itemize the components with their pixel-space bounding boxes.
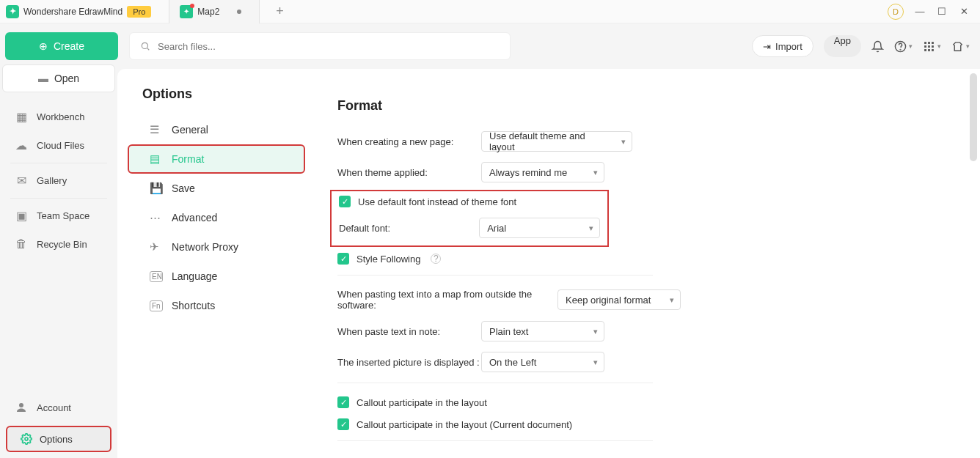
toolbar: ⊕ Create ⇥ Import App ▾ ▾ ▾ bbox=[0, 23, 980, 69]
minimize-button[interactable]: — bbox=[914, 6, 926, 17]
sliders-icon: ☰ bbox=[150, 123, 163, 136]
checkbox-callout-layout-current[interactable]: ✓ Callout participate in the layout (Cur… bbox=[337, 418, 951, 430]
tab-title: Map2 bbox=[197, 7, 219, 17]
shortcuts-icon: Fn bbox=[150, 300, 163, 311]
svg-rect-7 bbox=[924, 45, 926, 48]
sidebar-item-options[interactable]: Options bbox=[6, 426, 111, 452]
cloud-icon: ☁ bbox=[15, 138, 28, 152]
option-save[interactable]: 💾Save bbox=[142, 174, 301, 203]
maximize-button[interactable]: ☐ bbox=[936, 6, 948, 17]
option-format[interactable]: ▤Format bbox=[128, 144, 305, 174]
sidebar-item-cloud-files[interactable]: ☁ Cloud Files bbox=[0, 131, 117, 160]
account-icon bbox=[15, 401, 28, 414]
options-subnav: Options ☰General ▤Format 💾Save ⋯Advanced… bbox=[117, 69, 308, 458]
sidebar-separator bbox=[10, 198, 107, 199]
sidebar-item-recycle-bin[interactable]: 🗑 Recycle Bin bbox=[0, 230, 117, 258]
left-sidebar: ▬ Open ▦ Workbench ☁ Cloud Files ✉ Galle… bbox=[0, 69, 117, 458]
team-icon: ▣ bbox=[15, 209, 28, 223]
svg-rect-8 bbox=[928, 45, 930, 48]
user-avatar[interactable]: D bbox=[888, 4, 904, 20]
gear-icon bbox=[21, 433, 32, 445]
format-icon: ▤ bbox=[150, 152, 163, 166]
search-input-wrap[interactable] bbox=[129, 32, 511, 60]
svg-rect-9 bbox=[932, 45, 934, 48]
pro-badge: Pro bbox=[127, 6, 151, 18]
sidebar-item-gallery[interactable]: ✉ Gallery bbox=[0, 166, 117, 195]
trash-icon: 🗑 bbox=[15, 237, 28, 251]
bell-icon[interactable] bbox=[871, 40, 884, 53]
search-input[interactable] bbox=[158, 41, 500, 52]
option-advanced[interactable]: ⋯Advanced bbox=[142, 203, 301, 232]
svg-point-14 bbox=[25, 437, 28, 440]
create-button[interactable]: ⊕ Create bbox=[5, 32, 118, 60]
apps-grid-icon[interactable]: ▾ bbox=[923, 40, 941, 53]
unsaved-dot-icon bbox=[237, 10, 241, 14]
option-general[interactable]: ☰General bbox=[142, 115, 301, 144]
sidebar-item-team-space[interactable]: ▣ Team Space bbox=[0, 202, 117, 230]
select-default-font[interactable]: Arial bbox=[479, 218, 600, 238]
divider bbox=[337, 275, 653, 276]
titlebar: ✦ Wondershare EdrawMind Pro ✦ Map2 + D —… bbox=[0, 0, 980, 23]
format-panel: Format When creating a new page: Use def… bbox=[308, 69, 980, 458]
format-heading: Format bbox=[337, 98, 951, 114]
document-icon: ✦ bbox=[180, 5, 193, 18]
row-pic-displayed: The inserted picture is displayed : On t… bbox=[337, 352, 951, 372]
svg-rect-11 bbox=[928, 49, 930, 51]
select-paste-map[interactable]: Keep original format bbox=[557, 289, 681, 310]
row-theme-applied: When theme applied: Always remind me bbox=[337, 162, 951, 182]
import-button[interactable]: ⇥ Import bbox=[752, 35, 813, 57]
option-network-proxy[interactable]: ✈Network Proxy bbox=[142, 232, 301, 262]
sidebar-separator bbox=[10, 163, 107, 163]
checked-icon: ✓ bbox=[339, 196, 351, 207]
help-icon[interactable]: ▾ bbox=[894, 40, 913, 53]
row-paste-map: When pasting text into a map from outsid… bbox=[337, 289, 951, 311]
checked-icon: ✓ bbox=[337, 253, 349, 265]
option-shortcuts[interactable]: FnShortcuts bbox=[142, 291, 301, 320]
sidebar-item-workbench[interactable]: ▦ Workbench bbox=[0, 103, 117, 131]
open-button[interactable]: ▬ Open bbox=[2, 64, 115, 92]
options-title: Options bbox=[142, 86, 301, 102]
svg-point-0 bbox=[142, 43, 147, 48]
import-icon: ⇥ bbox=[763, 41, 771, 52]
tab-map2[interactable]: ✦ Map2 bbox=[169, 0, 260, 23]
help-icon[interactable]: ? bbox=[431, 254, 441, 264]
highlighted-font-section: ✓ Use default font instead of theme font… bbox=[330, 190, 609, 247]
option-language[interactable]: ENLanguage bbox=[142, 262, 301, 291]
shirt-icon[interactable]: ▾ bbox=[951, 40, 970, 53]
svg-rect-10 bbox=[924, 49, 926, 51]
app-icon: ✦ bbox=[6, 5, 19, 18]
new-tab-button[interactable]: + bbox=[276, 4, 284, 19]
app-button[interactable]: App bbox=[824, 35, 861, 57]
gallery-icon: ✉ bbox=[15, 174, 28, 188]
row-default-font: Default font: Arial bbox=[339, 218, 600, 238]
svg-rect-4 bbox=[924, 42, 926, 44]
select-pic-displayed[interactable]: On the Left bbox=[481, 352, 604, 372]
svg-rect-5 bbox=[928, 42, 930, 44]
svg-point-13 bbox=[19, 403, 23, 407]
row-paste-note: When paste text in note: Plain text bbox=[337, 321, 951, 341]
language-icon: EN bbox=[150, 271, 163, 282]
search-icon bbox=[140, 41, 150, 51]
plus-icon: ⊕ bbox=[39, 40, 48, 52]
checked-icon: ✓ bbox=[337, 396, 349, 408]
close-button[interactable]: ✕ bbox=[958, 6, 970, 17]
folder-icon: ▬ bbox=[38, 73, 48, 84]
checkbox-callout-layout[interactable]: ✓ Callout participate in the layout bbox=[337, 396, 951, 408]
checked-icon: ✓ bbox=[337, 418, 349, 430]
checkbox-style-following[interactable]: ✓ Style Following ? bbox=[337, 253, 951, 265]
checkbox-use-default-font[interactable]: ✓ Use default font instead of theme font bbox=[339, 196, 600, 207]
svg-line-1 bbox=[147, 48, 150, 51]
scrollbar[interactable] bbox=[970, 73, 977, 161]
main: ▬ Open ▦ Workbench ☁ Cloud Files ✉ Galle… bbox=[0, 69, 980, 458]
divider bbox=[337, 383, 653, 383]
app-name: Wondershare EdrawMind bbox=[23, 7, 122, 17]
svg-rect-12 bbox=[932, 49, 934, 51]
sidebar-item-account[interactable]: Account bbox=[0, 394, 117, 421]
select-theme-applied[interactable]: Always remind me bbox=[481, 162, 604, 182]
svg-point-3 bbox=[900, 49, 901, 50]
row-new-page: When creating a new page: Use default th… bbox=[337, 131, 951, 152]
select-new-page[interactable]: Use default theme and layout bbox=[481, 131, 632, 152]
select-paste-note[interactable]: Plain text bbox=[481, 321, 604, 341]
svg-rect-6 bbox=[932, 42, 934, 44]
workbench-icon: ▦ bbox=[15, 110, 28, 124]
